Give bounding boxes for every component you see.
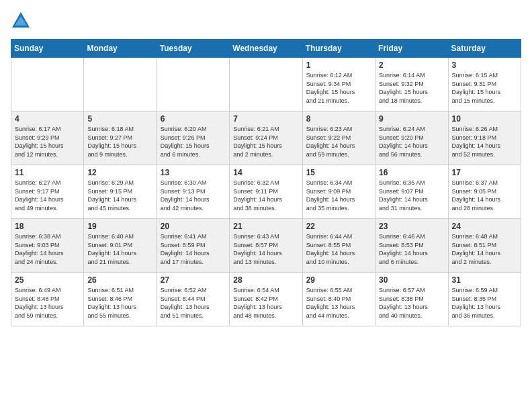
day-info: Sunrise: 6:38 AM Sunset: 9:03 PM Dayligh… bbox=[15, 232, 80, 266]
calendar-cell: 27Sunrise: 6:52 AM Sunset: 8:44 PM Dayli… bbox=[157, 273, 229, 326]
day-info: Sunrise: 6:27 AM Sunset: 9:17 PM Dayligh… bbox=[15, 179, 80, 212]
calendar-cell: 23Sunrise: 6:46 AM Sunset: 8:53 PM Dayli… bbox=[375, 219, 448, 273]
day-number: 7 bbox=[233, 114, 298, 124]
calendar-cell: 14Sunrise: 6:32 AM Sunset: 9:11 PM Dayli… bbox=[230, 165, 302, 219]
calendar-cell: 16Sunrise: 6:35 AM Sunset: 9:07 PM Dayli… bbox=[375, 165, 448, 219]
day-number: 26 bbox=[87, 275, 152, 285]
calendar-cell: 5Sunrise: 6:18 AM Sunset: 9:27 PM Daylig… bbox=[84, 111, 157, 165]
calendar-cell: 26Sunrise: 6:51 AM Sunset: 8:46 PM Dayli… bbox=[84, 273, 157, 326]
day-info: Sunrise: 6:26 AM Sunset: 9:18 PM Dayligh… bbox=[452, 125, 517, 158]
day-number: 8 bbox=[306, 114, 371, 124]
day-number: 25 bbox=[15, 275, 80, 285]
day-info: Sunrise: 6:23 AM Sunset: 9:22 PM Dayligh… bbox=[306, 125, 371, 158]
weekday-header-saturday: Saturday bbox=[448, 40, 521, 58]
logo-icon bbox=[11, 11, 31, 31]
calendar-cell: 20Sunrise: 6:41 AM Sunset: 8:59 PM Dayli… bbox=[157, 219, 229, 273]
day-info: Sunrise: 6:40 AM Sunset: 9:01 PM Dayligh… bbox=[87, 232, 152, 266]
day-info: Sunrise: 6:15 AM Sunset: 9:31 PM Dayligh… bbox=[452, 71, 517, 105]
day-info: Sunrise: 6:57 AM Sunset: 8:38 PM Dayligh… bbox=[379, 286, 444, 320]
day-number: 12 bbox=[87, 168, 152, 177]
day-number: 15 bbox=[306, 168, 371, 177]
day-info: Sunrise: 6:12 AM Sunset: 9:34 PM Dayligh… bbox=[306, 71, 371, 105]
day-info: Sunrise: 6:30 AM Sunset: 9:13 PM Dayligh… bbox=[161, 179, 226, 212]
calendar-cell: 12Sunrise: 6:29 AM Sunset: 9:15 PM Dayli… bbox=[84, 165, 157, 219]
day-info: Sunrise: 6:17 AM Sunset: 9:29 PM Dayligh… bbox=[15, 125, 80, 158]
calendar-cell bbox=[11, 58, 84, 111]
calendar-cell: 18Sunrise: 6:38 AM Sunset: 9:03 PM Dayli… bbox=[11, 219, 84, 273]
day-number: 30 bbox=[379, 275, 444, 285]
day-info: Sunrise: 6:35 AM Sunset: 9:07 PM Dayligh… bbox=[379, 179, 444, 212]
weekday-header-row: SundayMondayTuesdayWednesdayThursdayFrid… bbox=[11, 40, 521, 58]
calendar-cell: 21Sunrise: 6:43 AM Sunset: 8:57 PM Dayli… bbox=[230, 219, 302, 273]
day-info: Sunrise: 6:49 AM Sunset: 8:48 PM Dayligh… bbox=[15, 286, 80, 320]
weekday-header-monday: Monday bbox=[84, 40, 157, 58]
day-number: 31 bbox=[452, 275, 517, 285]
day-info: Sunrise: 6:14 AM Sunset: 9:32 PM Dayligh… bbox=[379, 71, 444, 105]
calendar-cell: 15Sunrise: 6:34 AM Sunset: 9:09 PM Dayli… bbox=[302, 165, 375, 219]
calendar-cell: 8Sunrise: 6:23 AM Sunset: 9:22 PM Daylig… bbox=[302, 111, 375, 165]
day-info: Sunrise: 6:32 AM Sunset: 9:11 PM Dayligh… bbox=[233, 179, 298, 212]
calendar-cell: 30Sunrise: 6:57 AM Sunset: 8:38 PM Dayli… bbox=[375, 273, 448, 326]
calendar-cell: 29Sunrise: 6:55 AM Sunset: 8:40 PM Dayli… bbox=[302, 273, 375, 326]
day-number: 9 bbox=[379, 114, 444, 124]
day-number: 16 bbox=[379, 168, 444, 177]
day-info: Sunrise: 6:46 AM Sunset: 8:53 PM Dayligh… bbox=[379, 232, 444, 266]
day-number: 17 bbox=[452, 168, 517, 177]
weekday-header-friday: Friday bbox=[375, 40, 448, 58]
calendar-cell: 24Sunrise: 6:48 AM Sunset: 8:51 PM Dayli… bbox=[448, 219, 521, 273]
day-number: 5 bbox=[87, 114, 152, 124]
day-info: Sunrise: 6:20 AM Sunset: 9:26 PM Dayligh… bbox=[161, 125, 226, 158]
calendar-week-row: 25Sunrise: 6:49 AM Sunset: 8:48 PM Dayli… bbox=[11, 273, 521, 326]
day-number: 23 bbox=[379, 222, 444, 231]
day-number: 24 bbox=[452, 222, 517, 231]
calendar-cell bbox=[157, 58, 229, 111]
day-number: 22 bbox=[306, 222, 371, 231]
calendar-cell: 6Sunrise: 6:20 AM Sunset: 9:26 PM Daylig… bbox=[157, 111, 229, 165]
calendar-cell: 22Sunrise: 6:44 AM Sunset: 8:55 PM Dayli… bbox=[302, 219, 375, 273]
day-number: 29 bbox=[306, 275, 371, 285]
day-info: Sunrise: 6:41 AM Sunset: 8:59 PM Dayligh… bbox=[161, 232, 226, 266]
calendar-table: SundayMondayTuesdayWednesdayThursdayFrid… bbox=[11, 39, 521, 326]
day-info: Sunrise: 6:59 AM Sunset: 8:35 PM Dayligh… bbox=[452, 286, 517, 320]
day-number: 1 bbox=[306, 60, 371, 70]
calendar-week-row: 18Sunrise: 6:38 AM Sunset: 9:03 PM Dayli… bbox=[11, 219, 521, 273]
day-number: 20 bbox=[161, 222, 226, 231]
day-number: 28 bbox=[233, 275, 298, 285]
calendar-week-row: 1Sunrise: 6:12 AM Sunset: 9:34 PM Daylig… bbox=[11, 58, 521, 111]
day-info: Sunrise: 6:43 AM Sunset: 8:57 PM Dayligh… bbox=[233, 232, 298, 266]
calendar-cell: 11Sunrise: 6:27 AM Sunset: 9:17 PM Dayli… bbox=[11, 165, 84, 219]
day-number: 6 bbox=[161, 114, 226, 124]
day-number: 19 bbox=[87, 222, 152, 231]
calendar-cell: 17Sunrise: 6:37 AM Sunset: 9:05 PM Dayli… bbox=[448, 165, 521, 219]
calendar-cell: 19Sunrise: 6:40 AM Sunset: 9:01 PM Dayli… bbox=[84, 219, 157, 273]
day-number: 3 bbox=[452, 60, 517, 70]
calendar-cell: 9Sunrise: 6:24 AM Sunset: 9:20 PM Daylig… bbox=[375, 111, 448, 165]
day-info: Sunrise: 6:37 AM Sunset: 9:05 PM Dayligh… bbox=[452, 179, 517, 212]
day-number: 27 bbox=[161, 275, 226, 285]
calendar-cell: 3Sunrise: 6:15 AM Sunset: 9:31 PM Daylig… bbox=[448, 58, 521, 111]
calendar-cell: 1Sunrise: 6:12 AM Sunset: 9:34 PM Daylig… bbox=[302, 58, 375, 111]
day-info: Sunrise: 6:18 AM Sunset: 9:27 PM Dayligh… bbox=[87, 125, 152, 158]
day-info: Sunrise: 6:21 AM Sunset: 9:24 PM Dayligh… bbox=[233, 125, 298, 158]
day-info: Sunrise: 6:54 AM Sunset: 8:42 PM Dayligh… bbox=[233, 286, 298, 320]
day-number: 4 bbox=[15, 114, 80, 124]
weekday-header-tuesday: Tuesday bbox=[157, 40, 229, 58]
day-info: Sunrise: 6:29 AM Sunset: 9:15 PM Dayligh… bbox=[87, 179, 152, 212]
weekday-header-thursday: Thursday bbox=[302, 40, 375, 58]
calendar-cell bbox=[230, 58, 302, 111]
day-info: Sunrise: 6:52 AM Sunset: 8:44 PM Dayligh… bbox=[161, 286, 226, 320]
day-info: Sunrise: 6:48 AM Sunset: 8:51 PM Dayligh… bbox=[452, 232, 517, 266]
calendar-cell: 25Sunrise: 6:49 AM Sunset: 8:48 PM Dayli… bbox=[11, 273, 84, 326]
calendar-cell: 13Sunrise: 6:30 AM Sunset: 9:13 PM Dayli… bbox=[157, 165, 229, 219]
calendar-cell: 7Sunrise: 6:21 AM Sunset: 9:24 PM Daylig… bbox=[230, 111, 302, 165]
day-number: 10 bbox=[452, 114, 517, 124]
day-number: 21 bbox=[233, 222, 298, 231]
day-info: Sunrise: 6:44 AM Sunset: 8:55 PM Dayligh… bbox=[306, 232, 371, 266]
day-number: 13 bbox=[161, 168, 226, 177]
calendar-cell bbox=[84, 58, 157, 111]
day-number: 14 bbox=[233, 168, 298, 177]
header bbox=[11, 11, 521, 31]
calendar-week-row: 11Sunrise: 6:27 AM Sunset: 9:17 PM Dayli… bbox=[11, 165, 521, 219]
day-info: Sunrise: 6:24 AM Sunset: 9:20 PM Dayligh… bbox=[379, 125, 444, 158]
calendar-cell: 28Sunrise: 6:54 AM Sunset: 8:42 PM Dayli… bbox=[230, 273, 302, 326]
